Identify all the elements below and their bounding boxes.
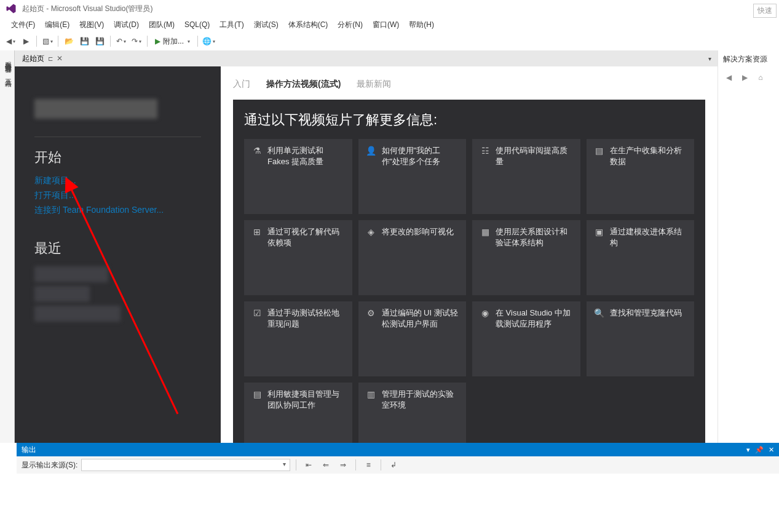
pin-icon[interactable]: ⊏ xyxy=(48,55,53,62)
tab-howto-videos[interactable]: 操作方法视频(流式) xyxy=(266,75,341,93)
video-card[interactable]: ☑通过手动测试轻松地重现问题 xyxy=(244,301,352,376)
find-message-button[interactable]: ⇤ xyxy=(302,458,315,472)
menu-edit[interactable]: 编辑(E) xyxy=(40,18,74,32)
video-card[interactable]: ⊞通过可视化了解代码依赖项 xyxy=(244,220,352,295)
tab-overflow-button[interactable]: ▾ xyxy=(705,55,715,62)
video-card-label: 通过建模改进体系结构 xyxy=(610,226,687,248)
video-card-label: 利用敏捷项目管理与团队协同工作 xyxy=(267,389,345,411)
agile-icon: ▤ xyxy=(251,389,263,400)
start-heading: 开始 xyxy=(34,148,201,167)
save-button[interactable]: 💾 xyxy=(77,34,91,48)
load-test-icon: ◉ xyxy=(480,308,491,319)
start-debug-button[interactable]: ▶ 附加... xyxy=(151,34,194,48)
video-card-label: 使用代码审阅提高质量 xyxy=(496,145,573,167)
undo-button[interactable]: ↶ xyxy=(114,34,128,48)
titlebar: 起始页 - Microsoft Visual Studio(管理员) 快速 xyxy=(0,0,779,17)
product-name-redacted xyxy=(34,99,157,119)
tab-toolbox[interactable]: 工具箱 xyxy=(0,70,14,79)
video-card[interactable]: ⚙通过编码的 UI 测试轻松测试用户界面 xyxy=(358,301,467,376)
menu-sql[interactable]: SQL(Q) xyxy=(180,18,215,31)
right-dock: 解决方案资源 ◀ ▶ ⌂ xyxy=(718,50,779,443)
recent-item-redacted[interactable] xyxy=(34,266,108,282)
menu-view[interactable]: 视图(V) xyxy=(74,18,109,32)
nav-back-button[interactable]: ◀ xyxy=(4,34,17,48)
home-icon[interactable]: ⌂ xyxy=(754,71,767,84)
nav-fwd-button[interactable]: ▶ xyxy=(19,34,33,48)
menu-arch[interactable]: 体系结构(C) xyxy=(283,18,333,32)
output-source-label: 显示输出来源(S): xyxy=(22,460,77,470)
new-project-button[interactable]: ▧ xyxy=(41,34,54,48)
video-card[interactable]: 👤如何使用"我的工作"处理多个任务 xyxy=(358,139,467,214)
recent-item-redacted[interactable] xyxy=(34,306,121,322)
video-card[interactable]: ▤在生产中收集和分析数据 xyxy=(587,139,695,214)
video-card-label: 在 Visual Studio 中加载测试应用程序 xyxy=(496,308,573,330)
separator xyxy=(296,459,296,470)
link-new-project[interactable]: 新建项目... xyxy=(34,175,201,186)
output-toolbar: 显示输出来源(S): ⇤ ⇐ ⇒ ≡ ↲ xyxy=(17,456,779,474)
video-card[interactable]: ◈将更改的影响可视化 xyxy=(358,220,467,295)
video-card[interactable]: ▥管理用于测试的实验室环境 xyxy=(358,383,467,443)
open-file-button[interactable]: 📂 xyxy=(62,34,76,48)
start-page-right: 入门 操作方法视频(流式) 最新新闻 通过以下视频短片了解更多信息: ⚗利用单元… xyxy=(221,66,718,443)
video-card[interactable]: 🔍查找和管理克隆代码 xyxy=(587,301,695,376)
video-card-label: 通过编码的 UI 测试轻松测试用户界面 xyxy=(382,308,459,330)
menu-team[interactable]: 团队(M) xyxy=(144,18,180,32)
vs-logo-icon xyxy=(5,2,17,15)
toggle-wordwrap-button[interactable]: ↲ xyxy=(387,458,400,472)
recent-item-redacted[interactable] xyxy=(34,286,90,302)
video-card-label: 将更改的影响可视化 xyxy=(382,226,454,237)
menu-test[interactable]: 测试(S) xyxy=(249,18,283,32)
output-header: 输出 ▾ 📌 ✕ xyxy=(17,443,779,456)
tab-server-explorer[interactable]: 服务器资源管理器 xyxy=(0,53,14,65)
output-body[interactable] xyxy=(17,474,779,532)
video-card[interactable]: ◉在 Visual Studio 中加载测试应用程序 xyxy=(472,301,580,376)
separator xyxy=(36,36,37,47)
search-icon: 🔍 xyxy=(594,308,605,319)
back-icon[interactable]: ◀ xyxy=(722,71,735,84)
user-icon: 👤 xyxy=(366,145,377,156)
video-card[interactable]: ▣通过建模改进体系结构 xyxy=(587,220,695,295)
attach-label: 附加... xyxy=(163,36,184,47)
video-card-label: 管理用于测试的实验室环境 xyxy=(382,389,459,411)
flask-icon: ⚗ xyxy=(251,145,263,156)
close-icon[interactable]: ✕ xyxy=(769,446,774,454)
link-open-project[interactable]: 打开项目... xyxy=(34,190,201,201)
menu-file[interactable]: 文件(F) xyxy=(6,18,40,32)
play-icon: ▶ xyxy=(155,37,160,46)
quick-launch[interactable]: 快速 xyxy=(753,4,777,18)
menu-analyze[interactable]: 分析(N) xyxy=(333,18,368,32)
pin-icon[interactable]: 📌 xyxy=(755,446,764,454)
checklist-icon: ☑ xyxy=(251,308,263,319)
prev-message-button[interactable]: ⇐ xyxy=(319,458,333,472)
menu-window[interactable]: 窗口(W) xyxy=(368,18,404,32)
link-connect-tfs[interactable]: 连接到 Team Foundation Server... xyxy=(34,205,201,216)
menu-debug[interactable]: 调试(D) xyxy=(109,18,144,32)
forward-icon[interactable]: ▶ xyxy=(738,71,751,84)
video-card[interactable]: ▦使用层关系图设计和验证体系结构 xyxy=(472,220,580,295)
tab-start-page[interactable]: 起始页 ⊏ ✕ xyxy=(17,52,68,66)
impact-icon: ◈ xyxy=(366,226,377,237)
product-banner xyxy=(34,93,201,124)
separator xyxy=(58,36,58,47)
tab-news[interactable]: 最新新闻 xyxy=(357,75,391,93)
next-message-button[interactable]: ⇒ xyxy=(336,458,350,472)
video-card-label: 利用单元测试和 Fakes 提高质量 xyxy=(267,145,345,167)
dropdown-icon[interactable]: ▾ xyxy=(746,446,750,454)
redo-button[interactable]: ↷ xyxy=(130,34,143,48)
video-card[interactable]: ▤利用敏捷项目管理与团队协同工作 xyxy=(244,383,352,443)
menu-tools[interactable]: 工具(T) xyxy=(215,18,248,32)
output-source-select[interactable] xyxy=(81,459,290,471)
close-icon[interactable]: ✕ xyxy=(57,54,63,63)
clear-button[interactable]: ≡ xyxy=(362,458,375,472)
menubar: 文件(F) 编辑(E) 视图(V) 调试(D) 团队(M) SQL(Q) 工具(… xyxy=(0,17,779,32)
save-all-button[interactable]: 💾 xyxy=(93,34,106,48)
start-page: 开始 新建项目... 打开项目... 连接到 Team Foundation S… xyxy=(15,66,718,443)
tab-getting-started[interactable]: 入门 xyxy=(233,75,250,93)
browser-button[interactable]: 🌐 xyxy=(202,34,215,48)
review-icon: ☷ xyxy=(480,145,491,156)
video-card[interactable]: ⚗利用单元测试和 Fakes 提高质量 xyxy=(244,139,352,214)
menu-help[interactable]: 帮助(H) xyxy=(404,18,439,32)
video-card[interactable]: ☷使用代码审阅提高质量 xyxy=(472,139,580,214)
video-card-label: 查找和管理克隆代码 xyxy=(610,308,682,319)
output-panel: 输出 ▾ 📌 ✕ 显示输出来源(S): ⇤ ⇐ ⇒ ≡ ↲ xyxy=(17,443,779,532)
